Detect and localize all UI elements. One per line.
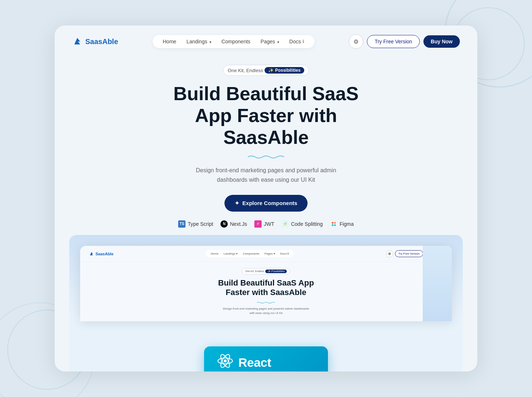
- tech-nextjs: N Next.Js: [220, 220, 247, 228]
- svg-rect-2: [332, 224, 333, 226]
- logo-icon: [72, 36, 82, 47]
- nav-actions: ⚙ Try Free Version Buy Now: [349, 34, 460, 49]
- logo-text: SaasAble: [85, 38, 118, 46]
- figma-label: Figma: [340, 221, 354, 227]
- nav-home[interactable]: Home: [163, 39, 176, 44]
- mini-logo-icon: [89, 251, 94, 256]
- code-splitting-icon: ⚡: [282, 220, 289, 228]
- typescript-icon: TS: [178, 220, 185, 228]
- jwt-label: JWT: [264, 221, 274, 227]
- preview-sidebar-panel: [423, 246, 452, 322]
- nextjs-icon: N: [220, 220, 228, 228]
- mini-badge-highlight: ✨ Possibilities: [265, 270, 287, 273]
- landings-chevron: [209, 39, 211, 44]
- typescript-label: Type Script: [188, 221, 213, 227]
- mini-wavy: [257, 302, 275, 304]
- react-badge: React: [204, 346, 328, 372]
- sparkle-icon: ✦: [235, 200, 239, 207]
- nav-components[interactable]: Components: [222, 39, 250, 44]
- mini-hero-subtitle: Design front-end marketing pages and pow…: [220, 307, 312, 315]
- explore-button[interactable]: ✦ ✦ Explore Components Explore Component…: [224, 195, 308, 212]
- mini-gear-btn: ⚙: [386, 250, 393, 258]
- navbar: SaasAble Home Landings Components Pages …: [55, 25, 477, 58]
- nav-docs[interactable]: Docs ℹ: [289, 39, 304, 44]
- mini-badge: One Kit, Endless ✨ Possibilities: [242, 268, 290, 275]
- hero-badge: One Kit, Endless ✨ ✨ Possibilities Possi…: [223, 65, 309, 76]
- figma-icon: [330, 220, 337, 228]
- mini-try-free-btn[interactable]: Try Free Version: [395, 250, 423, 257]
- tech-badges: TS Type Script N Next.Js ⚡ JWT ⚡ Code Sp…: [178, 220, 354, 228]
- badge-text: One Kit, Endless: [228, 68, 263, 73]
- react-icon: [217, 353, 233, 372]
- badge-highlight: ✨ ✨ Possibilities Possibilities: [265, 67, 304, 74]
- jwt-icon: ⚡: [254, 220, 262, 228]
- nextjs-label: Next.Js: [230, 221, 247, 227]
- hero-subtitle: Design front-end marketing pages and pow…: [189, 166, 343, 184]
- logo[interactable]: SaasAble: [72, 36, 118, 47]
- tech-code-splitting: ⚡ Code Splitting: [282, 220, 323, 228]
- gear-button[interactable]: ⚙: [349, 34, 363, 49]
- nav-pages[interactable]: Pages: [261, 39, 279, 44]
- mini-hero: One Kit, Endless ✨ Possibilities Build B…: [80, 262, 452, 322]
- hero-section: One Kit, Endless ✨ ✨ Possibilities Possi…: [55, 58, 477, 235]
- mini-logo: SaasAble: [89, 251, 114, 256]
- tech-typescript: TS Type Script: [178, 220, 213, 228]
- tech-figma: Figma: [330, 220, 354, 228]
- nav-links: Home Landings Components Pages Docs ℹ: [153, 35, 314, 48]
- pages-chevron: [277, 39, 279, 44]
- mini-navbar: SaasAble Home Landings ▾ Components Page…: [80, 246, 452, 262]
- svg-point-4: [224, 359, 227, 362]
- code-splitting-label: Code Splitting: [291, 221, 323, 227]
- info-icon: ℹ: [302, 39, 304, 44]
- svg-rect-0: [332, 222, 333, 224]
- mini-nav-links: Home Landings ▾ Components Pages ▾ Docs …: [206, 250, 294, 257]
- wavy-decoration: [248, 155, 284, 159]
- tech-jwt: ⚡ JWT: [254, 220, 274, 228]
- preview-inner-card: SaasAble Home Landings ▾ Components Page…: [80, 246, 452, 322]
- main-card: SaasAble Home Landings Components Pages …: [55, 25, 477, 372]
- buy-now-button[interactable]: Buy Now: [423, 35, 460, 48]
- try-free-button[interactable]: Try Free Version: [367, 35, 420, 48]
- react-label: React: [238, 355, 271, 370]
- gear-icon: ⚙: [353, 38, 359, 45]
- preview-section: SaasAble Home Landings ▾ Components Page…: [69, 235, 463, 372]
- svg-point-3: [334, 224, 336, 226]
- svg-rect-1: [334, 222, 336, 224]
- mini-hero-title: Build Beautiful SaaS App Faster with Saa…: [211, 278, 321, 298]
- nav-landings[interactable]: Landings: [187, 39, 211, 44]
- hero-title: Build Beautiful SaaS App Faster with Saa…: [153, 83, 379, 148]
